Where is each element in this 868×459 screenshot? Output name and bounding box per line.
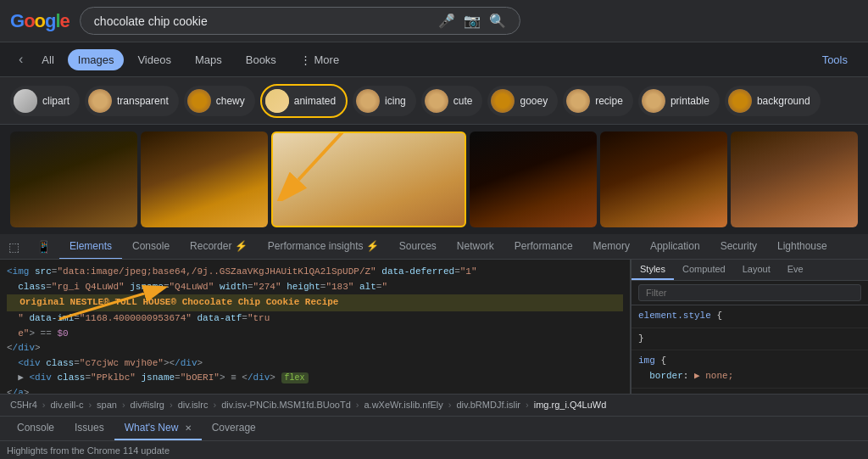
bc-item-3[interactable]: span — [93, 399, 120, 411]
tab-performance-insights[interactable]: Performance insights ⚡ — [258, 234, 389, 260]
dom-line-7: <div class="c7cjWc mvjh0e"></div> — [7, 356, 623, 372]
chip-chewy[interactable]: chewy — [184, 86, 255, 116]
status-bar: Highlights from the Chrome 114 update — [0, 440, 868, 459]
bottom-tabs-bar: Console Issues What's New ✕ Coverage — [0, 416, 868, 441]
search-bar[interactable]: 🎤 📷 🔍 — [80, 7, 520, 35]
tab-console[interactable]: Console — [122, 234, 180, 260]
tab-styles[interactable]: Styles — [632, 260, 674, 280]
breadcrumb-bar: C5Hr4 › div.eill-c › span › div#islrg › … — [0, 394, 868, 416]
close-whats-new-icon[interactable]: ✕ — [185, 423, 192, 433]
image-card-1[interactable] — [10, 132, 137, 227]
chip-animated[interactable]: animated — [260, 84, 348, 118]
tab-memory[interactable]: Memory — [583, 234, 640, 260]
dom-line-6: </div> — [7, 341, 623, 356]
images-grid — [0, 125, 868, 233]
tab-layout[interactable]: Layout — [734, 260, 779, 280]
devtools-device-icon[interactable]: 📱 — [28, 235, 59, 259]
tab-event-listeners[interactable]: Eve — [779, 260, 812, 280]
tab-console-bottom[interactable]: Console — [7, 417, 64, 440]
nav-back-button[interactable]: ‹ — [14, 48, 28, 71]
chip-icing[interactable]: icing — [353, 86, 416, 116]
chips-row: clipart transparent chewy animated icing… — [0, 77, 868, 125]
microphone-icon[interactable]: 🎤 — [438, 13, 455, 29]
tab-coverage[interactable]: Coverage — [202, 417, 266, 440]
styles-panel: Styles Computed Layout Eve element.style… — [631, 260, 868, 394]
image-card-3[interactable] — [271, 132, 465, 227]
chip-cute[interactable]: cute — [421, 86, 483, 116]
tab-performance[interactable]: Performance — [504, 234, 583, 260]
tab-whats-new[interactable]: What's New ✕ — [114, 417, 202, 440]
bc-item-1[interactable]: C5Hr4 — [7, 399, 41, 411]
filter-maps[interactable]: Maps — [185, 49, 232, 70]
camera-icon[interactable]: 📷 — [464, 13, 481, 29]
styles-filter-input[interactable] — [638, 284, 861, 301]
browser-chrome: Google 🎤 📷 🔍 — [0, 0, 868, 42]
svg-line-1 — [298, 132, 349, 180]
image-card-4[interactable] — [470, 132, 597, 227]
tab-application[interactable]: Application — [640, 234, 710, 260]
status-text: Highlights from the Chrome 114 update — [7, 445, 170, 456]
devtools-body: <img src="data:image/jpeg;base64,/9j..GS… — [0, 260, 868, 394]
filter-videos[interactable]: Videos — [127, 49, 181, 70]
styles-tabs-bar: Styles Computed Layout Eve — [632, 260, 868, 281]
bc-item-9[interactable]: img.rg_i.Q4LuWd — [531, 399, 610, 411]
bc-item-8[interactable]: div.bRMDJf.islir — [453, 399, 524, 411]
chip-background[interactable]: background — [725, 86, 821, 116]
image-card-2[interactable] — [141, 132, 268, 227]
google-logo: Google — [10, 10, 70, 32]
dom-line-4: " data-iml="1168.4000000953674" data-atf… — [7, 311, 623, 327]
dom-line-1: <img src="data:image/jpeg;base64,/9j..GS… — [7, 265, 623, 280]
chip-recipe[interactable]: recipe — [563, 86, 633, 116]
tab-elements[interactable]: Elements — [59, 234, 122, 260]
style-rule-1-close: } — [632, 328, 868, 351]
chip-transparent[interactable]: transparent — [85, 86, 179, 116]
filter-tools[interactable]: Tools — [815, 49, 854, 70]
bc-item-7[interactable]: a.wXeWr.islib.nfEly — [360, 399, 446, 411]
dom-line-2: class="rg_i Q4LuWd" jsname="Q4LuWd" widt… — [7, 280, 623, 295]
bc-item-4[interactable]: div#islrg — [127, 399, 168, 411]
tab-recorder[interactable]: Recorder ⚡ — [180, 234, 258, 260]
filter-all[interactable]: All — [31, 49, 64, 70]
search-input[interactable] — [94, 14, 431, 28]
browser-window: Google 🎤 📷 🔍 ‹ All Images Videos Maps Bo… — [0, 0, 868, 459]
bc-item-2[interactable]: div.eill-c — [47, 399, 86, 411]
filter-images[interactable]: Images — [68, 49, 125, 70]
filter-books[interactable]: Books — [236, 49, 287, 70]
devtools-inspect-icon[interactable]: ⬚ — [0, 235, 28, 259]
tab-sources[interactable]: Sources — [389, 234, 447, 260]
dom-line-8: ▶ <div class="PPklbc" jsname="bOERI"> ≡ … — [7, 371, 623, 386]
tab-lighthouse[interactable]: Lighthouse — [767, 234, 837, 260]
bc-item-6[interactable]: div.isv-PNCib.MSM1fd.BUooTd — [218, 399, 354, 411]
tab-security[interactable]: Security — [710, 234, 767, 260]
styles-filter-bar — [632, 281, 868, 305]
image-card-5[interactable] — [600, 132, 727, 227]
chip-printable[interactable]: printable — [638, 86, 720, 116]
filter-more[interactable]: ⋮ More — [290, 49, 349, 70]
dom-line-5: e"> == $0 — [7, 327, 623, 342]
dom-line-9: </a> — [7, 386, 623, 394]
style-rule-1: element.style { — [632, 305, 868, 328]
tab-issues-bottom[interactable]: Issues — [64, 417, 114, 440]
dom-panel: <img src="data:image/jpeg;base64,/9j..GS… — [0, 260, 631, 394]
image-card-6[interactable] — [731, 132, 858, 227]
tab-computed[interactable]: Computed — [674, 260, 734, 280]
search-icon[interactable]: 🔍 — [489, 13, 506, 29]
chip-gooey[interactable]: gooey — [487, 86, 558, 116]
devtools-tabs: ⬚ 📱 Elements Console Recorder ⚡ Performa… — [0, 234, 868, 260]
bc-item-5[interactable]: div.islrc — [175, 399, 212, 411]
big-arrow — [273, 132, 375, 201]
filter-bar: ‹ All Images Videos Maps Books ⋮ More To… — [0, 42, 868, 77]
chip-clipart[interactable]: clipart — [10, 86, 80, 116]
style-rule-img: img { border: ▶ none; — [632, 350, 868, 388]
tab-network[interactable]: Network — [447, 234, 504, 260]
dom-line-highlighted: Original NESTLE® TOLL HOUSE® Chocolate C… — [7, 294, 623, 311]
